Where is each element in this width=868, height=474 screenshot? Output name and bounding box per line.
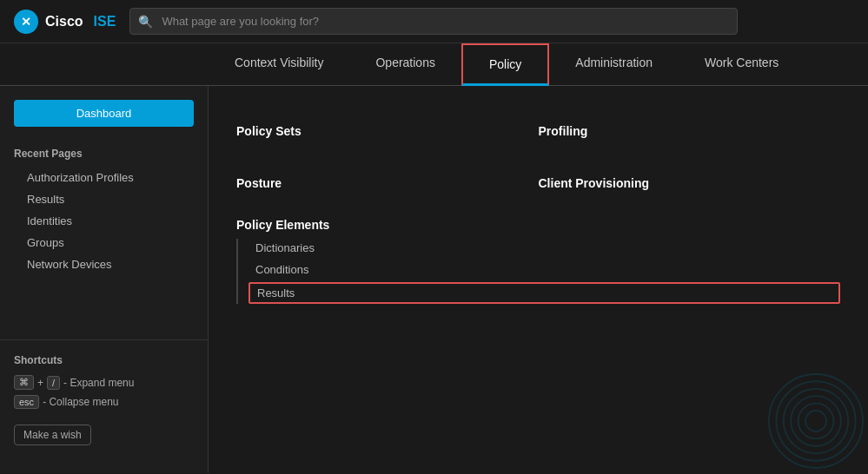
search-input[interactable]	[129, 8, 738, 35]
tab-policy[interactable]: Policy	[461, 43, 549, 86]
tab-administration[interactable]: Administration	[549, 43, 679, 85]
search-icon: 🔍	[138, 15, 153, 29]
header: ✕ Cisco ISE 🔍	[0, 0, 868, 43]
main-layout: Dashboard Recent Pages Authorization Pro…	[0, 86, 868, 473]
policy-sets-item: Policy Sets	[236, 107, 539, 159]
client-provisioning-label[interactable]: Client Provisioning	[539, 168, 841, 199]
kbd-slash: /	[47, 376, 60, 390]
svg-point-4	[798, 404, 834, 439]
sidebar-item-identities[interactable]: Identities	[0, 210, 208, 232]
sidebar-item-authorization-profiles[interactable]: Authorization Profiles	[0, 167, 208, 188]
svg-point-5	[805, 411, 826, 431]
dashboard-button[interactable]: Dashboard	[14, 100, 194, 127]
ise-text: ISE	[94, 14, 116, 30]
search-bar: 🔍	[129, 8, 738, 35]
make-wish-button[interactable]: Make a wish	[14, 425, 91, 445]
svg-point-2	[784, 389, 848, 453]
sub-item-dictionaries[interactable]: Dictionaries	[248, 239, 840, 257]
menu-grid: Policy Sets Profiling Posture Client Pro…	[236, 107, 840, 211]
tab-context-visibility[interactable]: Context Visibility	[209, 43, 349, 85]
shortcut-collapse: esc - Collapse menu	[14, 395, 194, 409]
policy-elements-section: Policy Elements Dictionaries Conditions …	[236, 218, 840, 304]
posture-label[interactable]: Posture	[236, 168, 539, 199]
tab-operations[interactable]: Operations	[349, 43, 461, 85]
cisco-text: Cisco	[45, 14, 83, 30]
posture-item: Posture	[236, 159, 539, 211]
nav-tabs: Context Visibility Operations Policy Adm…	[0, 43, 868, 86]
recent-pages-label: Recent Pages	[0, 141, 208, 167]
logo-area: ✕ Cisco ISE	[14, 10, 116, 34]
cisco-x-icon[interactable]: ✕	[14, 10, 38, 34]
policy-elements-title: Policy Elements	[236, 218, 840, 232]
sidebar-items: Authorization Profiles Results Identitie…	[0, 167, 208, 275]
profiling-label[interactable]: Profiling	[539, 115, 841, 147]
content-area: Policy Sets Profiling Posture Client Pro…	[209, 86, 868, 473]
sub-item-results[interactable]: Results	[248, 282, 840, 304]
sidebar: Dashboard Recent Pages Authorization Pro…	[0, 86, 209, 473]
policy-sets-label[interactable]: Policy Sets	[236, 115, 539, 147]
shortcut-expand: ⌘ + / - Expand menu	[14, 375, 194, 390]
plus-sign: +	[37, 377, 43, 389]
sidebar-item-groups[interactable]: Groups	[0, 232, 208, 253]
svg-point-1	[776, 381, 855, 460]
sidebar-item-network-devices[interactable]: Network Devices	[0, 253, 208, 275]
kbd-esc: esc	[14, 395, 39, 409]
profiling-item: Profiling	[539, 107, 841, 159]
policy-elements-sub-items: Dictionaries Conditions Results	[236, 239, 840, 304]
sub-item-conditions[interactable]: Conditions	[248, 260, 840, 279]
tab-work-centers[interactable]: Work Centers	[679, 43, 805, 85]
sidebar-item-results[interactable]: Results	[0, 188, 208, 210]
fingerprint-decoration	[764, 369, 868, 473]
client-provisioning-item: Client Provisioning	[539, 159, 841, 211]
shortcuts-title: Shortcuts	[14, 354, 194, 366]
kbd-meta: ⌘	[14, 375, 34, 390]
collapse-menu-label: - Collapse menu	[43, 396, 118, 408]
shortcuts: Shortcuts ⌘ + / - Expand menu esc - Coll…	[0, 339, 208, 459]
expand-menu-label: - Expand menu	[63, 377, 134, 389]
